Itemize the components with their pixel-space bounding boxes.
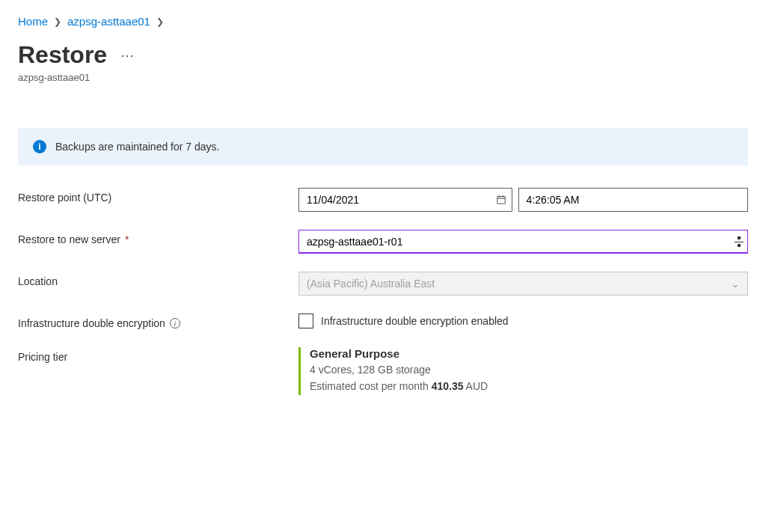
chevron-down-icon: ⌄ [731, 278, 740, 290]
info-icon: i [33, 140, 46, 153]
restore-point-label: Restore point (UTC) [18, 188, 298, 204]
more-actions-button[interactable]: ⋯ [120, 47, 135, 64]
breadcrumb-home[interactable]: Home [18, 15, 48, 28]
pricing-tier-box: General Purpose 4 vCores, 128 GB storage… [298, 347, 488, 395]
pricing-tier-specs: 4 vCores, 128 GB storage [310, 361, 488, 378]
breadcrumb: Home ❯ azpsg-asttaae01 ❯ [18, 15, 748, 28]
validation-icon [738, 236, 741, 247]
info-banner: i Backups are maintained for 7 days. [18, 128, 748, 165]
required-indicator: * [125, 233, 129, 245]
breadcrumb-resource[interactable]: azpsg-asttaae01 [67, 15, 150, 28]
encryption-row: Infrastructure double encryption i Infra… [18, 314, 748, 329]
location-value: (Asia Pacific) Australia East [307, 278, 435, 290]
restore-time-input[interactable] [518, 188, 749, 212]
svg-rect-0 [497, 197, 505, 204]
pricing-label: Pricing tier [18, 347, 298, 363]
chevron-right-icon: ❯ [156, 16, 164, 27]
restore-point-row: Restore point (UTC) [18, 188, 748, 212]
pricing-row: Pricing tier General Purpose 4 vCores, 1… [18, 347, 748, 395]
location-row: Location (Asia Pacific) Australia East ⌄ [18, 272, 748, 296]
restore-date-input[interactable] [298, 188, 512, 212]
new-server-input[interactable] [298, 230, 748, 254]
location-select: (Asia Pacific) Australia East ⌄ [298, 272, 748, 296]
page-subtitle: azpsg-asttaae01 [18, 72, 748, 83]
encryption-checkbox-label: Infrastructure double encryption enabled [321, 315, 509, 327]
page-title: Restore [18, 41, 107, 69]
encryption-label: Infrastructure double encryption i [18, 314, 298, 329]
chevron-right-icon: ❯ [54, 16, 61, 27]
help-icon[interactable]: i [170, 318, 180, 328]
pricing-tier-cost: Estimated cost per month 410.35 AUD [310, 378, 488, 394]
calendar-icon[interactable] [496, 195, 506, 205]
location-label: Location [18, 272, 298, 287]
new-server-row: Restore to new server * [18, 230, 748, 254]
new-server-label: Restore to new server * [18, 230, 298, 245]
pricing-tier-title: General Purpose [310, 347, 488, 360]
encryption-checkbox[interactable] [298, 314, 313, 328]
page-header: Restore ⋯ [18, 41, 748, 69]
info-banner-text: Backups are maintained for 7 days. [55, 141, 219, 153]
